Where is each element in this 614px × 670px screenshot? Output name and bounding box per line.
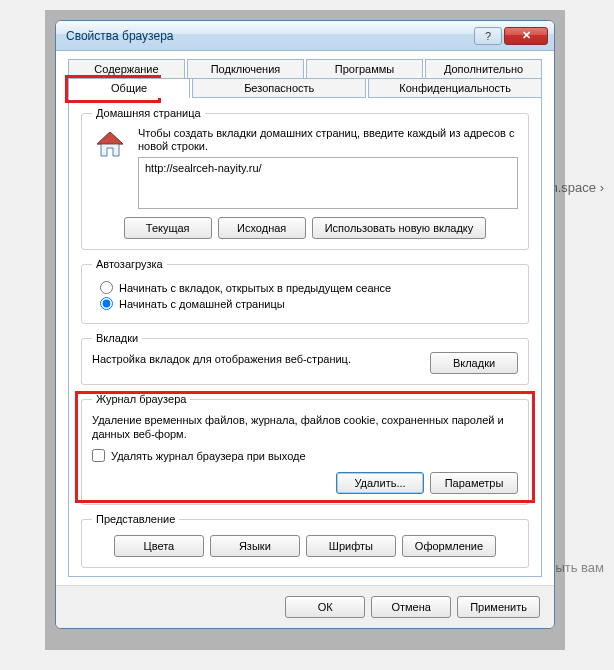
group-presentation-legend: Представление: [92, 513, 179, 525]
group-tabs: Вкладки Настройка вкладок для отображени…: [81, 332, 529, 385]
homepage-url-value: http://sealrceh-nayity.ru/: [145, 162, 262, 174]
group-browser-history-legend: Журнал браузера: [92, 393, 190, 405]
svg-marker-1: [97, 132, 123, 144]
homepage-description: Чтобы создать вкладки домашних страниц, …: [138, 127, 518, 153]
use-current-button[interactable]: Текущая: [124, 217, 212, 239]
startup-homepage-radio[interactable]: [100, 297, 113, 310]
homepage-url-input[interactable]: http://sealrceh-nayity.ru/: [138, 157, 518, 209]
accessibility-button[interactable]: Оформление: [402, 535, 496, 557]
close-icon: ✕: [522, 29, 531, 42]
fonts-button[interactable]: Шрифты: [306, 535, 396, 557]
cancel-button[interactable]: Отмена: [371, 596, 451, 618]
help-button[interactable]: ?: [474, 27, 502, 45]
close-button[interactable]: ✕: [504, 27, 548, 45]
dialog-footer: ОК Отмена Применить: [56, 585, 554, 628]
delete-history-button[interactable]: Удалить...: [336, 472, 424, 494]
tabs-description: Настройка вкладок для отображения веб-ст…: [92, 352, 351, 366]
apply-button[interactable]: Применить: [457, 596, 540, 618]
tab-connections[interactable]: Подключения: [187, 59, 304, 79]
tabs-row-bottom: Общие Безопасность Конфиденциальность: [68, 78, 542, 98]
startup-homepage-label: Начинать с домашней страницы: [119, 298, 285, 310]
tabs-row-top: Содержание Подключения Программы Дополни…: [68, 59, 542, 79]
startup-last-session-label: Начинать с вкладок, открытых в предыдуще…: [119, 282, 391, 294]
ok-button[interactable]: ОК: [285, 596, 365, 618]
group-homepage-legend: Домашняя страница: [92, 107, 205, 119]
tab-general[interactable]: Общие: [68, 78, 190, 98]
help-icon: ?: [485, 30, 491, 42]
internet-properties-dialog: Свойства браузера ? ✕ Содержание Подключ…: [55, 20, 555, 629]
use-newtab-button[interactable]: Использовать новую вкладку: [312, 217, 487, 239]
tab-programs[interactable]: Программы: [306, 59, 423, 79]
languages-button[interactable]: Языки: [210, 535, 300, 557]
use-default-button[interactable]: Исходная: [218, 217, 306, 239]
startup-last-session-radio[interactable]: [100, 281, 113, 294]
history-params-button[interactable]: Параметры: [430, 472, 518, 494]
tab-security[interactable]: Безопасность: [192, 78, 366, 98]
group-presentation: Представление Цвета Языки Шрифты Оформле…: [81, 513, 529, 568]
group-homepage: Домашняя страница Чтобы создать вкладки …: [81, 107, 529, 250]
group-tabs-legend: Вкладки: [92, 332, 142, 344]
group-startup: Автозагрузка Начинать с вкладок, открыты…: [81, 258, 529, 324]
group-startup-legend: Автозагрузка: [92, 258, 167, 270]
group-browser-history: Журнал браузера Удаление временных файло…: [81, 393, 529, 505]
tab-content[interactable]: Содержание: [68, 59, 185, 79]
tabs-settings-button[interactable]: Вкладки: [430, 352, 518, 374]
history-description: Удаление временных файлов, журнала, файл…: [92, 413, 518, 441]
delete-on-exit-checkbox[interactable]: [92, 449, 105, 462]
dialog-title: Свойства браузера: [66, 29, 474, 43]
tab-advanced[interactable]: Дополнительно: [425, 59, 542, 79]
colors-button[interactable]: Цвета: [114, 535, 204, 557]
tab-panel-general: Домашняя страница Чтобы создать вкладки …: [68, 97, 542, 577]
delete-on-exit-label: Удалять журнал браузера при выходе: [111, 450, 306, 462]
titlebar: Свойства браузера ? ✕: [56, 21, 554, 51]
tab-privacy[interactable]: Конфиденциальность: [368, 78, 542, 98]
home-icon: [92, 127, 128, 163]
